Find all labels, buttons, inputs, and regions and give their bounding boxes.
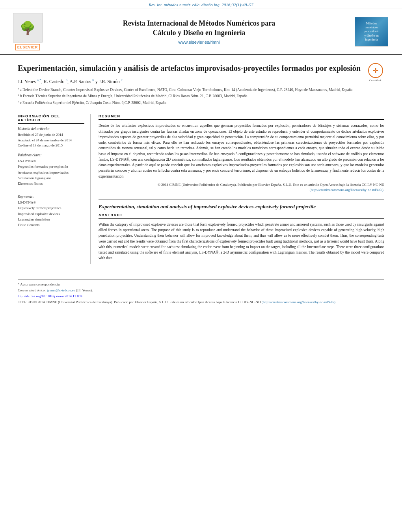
email-note: Correo electrónico: jyenes@c-iedcoe.es (… — [18, 288, 384, 293]
doi-link[interactable]: http://dx.doi.org/10.1016/j.rimni.2014.1… — [18, 294, 82, 298]
journal-title-center: Revista Internacional de Métodos Numéric… — [47, 19, 351, 44]
keyword-es-2: Proyectiles formados por explosión — [18, 164, 84, 169]
bottom-license: 0213-1315/© 2014 CIMNE (Universitat Poli… — [0, 300, 402, 305]
article-title-en: Experimentation, simulation and analysis… — [99, 204, 384, 210]
doi-line: http://dx.doi.org/10.1016/j.rimni.2014.1… — [0, 294, 402, 298]
right-logo-text: Métodosnuméricospara cálculoy diseño eni… — [364, 22, 379, 42]
keyword-en-5: Finite elements — [18, 222, 84, 228]
author-email[interactable]: jyenes@c-iedcoe.es — [47, 288, 75, 292]
keyword-es-3: Artefactos explosivos improvisados — [18, 170, 84, 175]
asterisk-note: * Autor para correspondencia. — [18, 282, 384, 287]
footnotes: * Autor para correspondencia. Correo ele… — [0, 282, 402, 293]
keyword-es-5: Elementos finitos — [18, 181, 84, 186]
journal-reference-text: Rev. int. métodos numér. cálc. diseño in… — [149, 2, 253, 7]
copyright-text: © 2014 CIMNE (Universitat Politècnica de… — [158, 183, 384, 187]
two-column-layout: INFORMACIÓN DEL ARTÍCULO Historia del ar… — [18, 114, 384, 264]
left-col-english-kw: Keywords: LS-DYNA® Explosively farmed pr… — [18, 195, 84, 228]
date-accepted: Aceptado el 24 de noviembre de 2014 — [18, 138, 84, 143]
journal-logo-right: Métodosnuméricospara cálculoy diseño eni… — [355, 17, 390, 46]
keywords-en-list: LS-DYNA® Explosively farmed projectiles … — [18, 200, 84, 228]
keyword-en-1: LS-DYNA® — [18, 200, 84, 205]
journal-logo-left: 🌳 ELSEVIER — [12, 13, 43, 50]
license-link[interactable]: (http://creativecommons.org/licenses/by-… — [262, 300, 337, 304]
crossmark-badge-area: ✛ CrossMark — [367, 63, 384, 82]
journal-reference-bar: Rev. int. métodos numér. cálc. diseño in… — [0, 0, 402, 9]
copyright-note: © 2014 CIMNE (Universitat Politècnica de… — [99, 182, 384, 193]
footer-separator — [18, 279, 384, 280]
keywords-label-es: Palabras clave: — [18, 153, 84, 157]
keywords-es-list: LS-DYNA® Proyectiles formados por explos… — [18, 158, 84, 187]
crossmark-icon: ✛ — [368, 63, 383, 78]
copyright-link[interactable]: (http://creativecommons.org/licenses/by-… — [309, 188, 384, 192]
date-online: On-line el 13 de marzo de 2015 — [18, 143, 84, 148]
journal-image-right: Métodosnuméricospara cálculoy diseño eni… — [355, 17, 388, 46]
info-article-label: INFORMACIÓN DEL ARTÍCULO — [18, 114, 84, 124]
abstract-label-en: ABSTRACT — [99, 213, 384, 219]
affiliation-a: a a Defeat the Device Branch, Counter Im… — [18, 87, 363, 93]
keyword-es-1: LS-DYNA® — [18, 158, 84, 164]
page: Rev. int. métodos numér. cálc. diseño in… — [0, 0, 402, 532]
abstract-label-es: RESUMEN — [99, 114, 384, 120]
journal-title: Revista Internacional de Métodos Numéric… — [47, 19, 351, 37]
date-received: Recibido el 27 de junio de 2014 — [18, 132, 84, 138]
right-column: RESUMEN Dentro de los artefactos explosi… — [99, 114, 384, 264]
article-title-text: Experimentación, simulación y análisis d… — [18, 63, 363, 109]
english-title-section: Experimentation, simulation and analysis… — [99, 199, 384, 261]
keywords-label-en: Keywords: — [18, 195, 84, 198]
affiliation-c: c c Escuela Politécnica Superior del Ejé… — [18, 100, 363, 106]
elsevier-brand: ELSEVIER — [15, 44, 40, 50]
authors-text: J.I. Yenes a,*, R. Castedo b, A.P. Santo… — [18, 79, 123, 84]
journal-image-left: 🌳 — [13, 13, 43, 43]
keyword-en-4: Lagrangian simulation — [18, 217, 84, 222]
article-title-section: Experimentación, simulación y análisis d… — [18, 63, 384, 109]
article-title-es: Experimentación, simulación y análisis d… — [18, 63, 363, 73]
affiliation-b: b b Escuela Técnica Superior de Ingenier… — [18, 93, 363, 99]
elsevier-tree-icon: 🌳 — [20, 22, 35, 34]
crossmark-label: CrossMark — [369, 79, 382, 82]
abstract-es-text: Dentro de los artefactos explosivos impr… — [99, 123, 384, 179]
left-column: INFORMACIÓN DEL ARTÍCULO Historia del ar… — [18, 114, 91, 264]
journal-header: 🌳 ELSEVIER Revista Internacional de Méto… — [0, 9, 402, 55]
history-label: Historia del artículo: — [18, 127, 84, 131]
authors-line: J.I. Yenes a,*, R. Castedo b, A.P. Santo… — [18, 78, 363, 85]
content-area: Experimentación, simulación y análisis d… — [0, 55, 402, 272]
license-text: 0213-1315/© 2014 CIMNE (Universitat Poli… — [18, 300, 261, 304]
keyword-en-3: Improvised explosive devices — [18, 211, 84, 217]
abstract-en-text: Within the category of improvised explos… — [99, 222, 384, 261]
affiliations: a a Defeat the Device Branch, Counter Im… — [18, 87, 363, 106]
journal-url[interactable]: www.elsevier.es/rimni — [47, 40, 351, 44]
keyword-en-2: Explosively farmed projectiles — [18, 205, 84, 211]
keyword-es-4: Simulación lagrangiana — [18, 175, 84, 181]
